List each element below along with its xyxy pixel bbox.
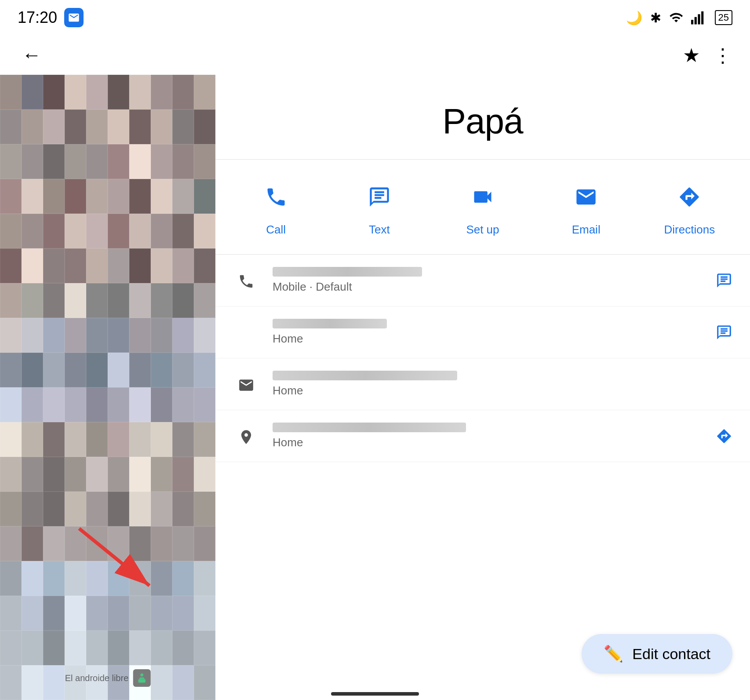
scroll-indicator <box>331 692 419 696</box>
text-icon <box>360 177 399 217</box>
email-content: Home <box>273 371 732 397</box>
email-row-icon <box>233 375 259 394</box>
setup-label: Set up <box>466 223 499 237</box>
mobile-label: Mobile · Default <box>273 280 703 294</box>
notification-icon <box>64 8 84 27</box>
contact-photo-mosaic <box>0 75 215 700</box>
contact-photo-section: El androide libre <box>0 75 215 700</box>
address-directions-button[interactable] <box>716 428 732 445</box>
call-button[interactable]: Call <box>250 177 302 237</box>
watermark: El androide libre <box>65 669 151 687</box>
battery-indicator: 25 <box>715 10 732 25</box>
mobile-phone-content: Mobile · Default <box>273 267 703 294</box>
time-display: 17:20 <box>18 8 57 27</box>
svg-line-5 <box>79 529 149 586</box>
watermark-logo <box>133 669 150 687</box>
call-label: Call <box>266 223 286 237</box>
text-label: Text <box>369 223 390 237</box>
address-blur <box>273 423 466 432</box>
svg-rect-3 <box>701 11 703 25</box>
action-buttons-row: Call Text Set up <box>215 160 750 255</box>
wifi-icon <box>669 11 683 25</box>
edit-contact-label: Edit contact <box>632 645 710 663</box>
home-phone-content: Home <box>273 319 703 346</box>
address-row[interactable]: Home <box>215 410 750 462</box>
contact-name-section: Papá <box>215 75 750 160</box>
do-not-disturb-icon: 🌙 <box>626 10 642 26</box>
back-button[interactable]: ← <box>18 40 46 70</box>
arrow-overlay <box>53 515 176 603</box>
email-blur <box>273 371 457 380</box>
home-phone-message-button[interactable] <box>716 324 732 341</box>
text-button[interactable]: Text <box>353 177 406 237</box>
contact-name: Papá <box>242 101 724 142</box>
bluetooth-icon: ✱ <box>650 10 661 26</box>
home-phone-blur <box>273 319 387 328</box>
favorite-button[interactable]: ★ <box>683 44 700 66</box>
main-content: El androide libre Papá Call <box>0 75 750 700</box>
mobile-phone-row[interactable]: Mobile · Default <box>215 255 750 306</box>
more-options-button[interactable]: ⋮ <box>713 44 732 66</box>
status-icons-group: 🌙 ✱ 25 <box>626 10 732 26</box>
email-icon <box>566 177 606 217</box>
top-navigation-bar: ← ★ ⋮ <box>0 35 750 75</box>
edit-contact-button[interactable]: ✏️ Edit contact <box>582 634 732 674</box>
directions-icon <box>670 177 709 217</box>
email-label: Email <box>572 223 601 237</box>
mobile-message-button[interactable] <box>716 272 732 289</box>
address-content: Home <box>273 423 703 449</box>
svg-rect-0 <box>691 20 693 24</box>
email-row[interactable]: Home <box>215 358 750 410</box>
top-bar-left: ← <box>18 40 46 70</box>
home-phone-row[interactable]: Home <box>215 306 750 358</box>
location-icon <box>233 427 259 445</box>
email-label-text: Home <box>273 384 732 397</box>
watermark-text: El androide libre <box>65 673 129 683</box>
email-button[interactable]: Email <box>560 177 612 237</box>
signal-icon <box>691 11 707 25</box>
top-bar-right: ★ ⋮ <box>683 44 732 66</box>
svg-rect-1 <box>694 17 696 25</box>
contact-details-list: Mobile · Default Hom <box>215 255 750 700</box>
setup-button[interactable]: Set up <box>456 177 509 237</box>
status-bar: 17:20 🌙 ✱ 25 <box>0 0 750 35</box>
address-label: Home <box>273 436 703 449</box>
contact-info-section: Papá Call Text <box>215 75 750 700</box>
status-time-group: 17:20 <box>18 8 84 27</box>
call-icon <box>256 177 296 217</box>
home-phone-label: Home <box>273 332 703 346</box>
directions-button[interactable]: Directions <box>663 177 716 237</box>
phone-number-blur <box>273 267 422 277</box>
svg-rect-2 <box>698 14 700 24</box>
setup-icon <box>463 177 502 217</box>
edit-pencil-icon: ✏️ <box>604 645 623 663</box>
phone-icon <box>233 271 259 290</box>
directions-label: Directions <box>664 223 715 237</box>
